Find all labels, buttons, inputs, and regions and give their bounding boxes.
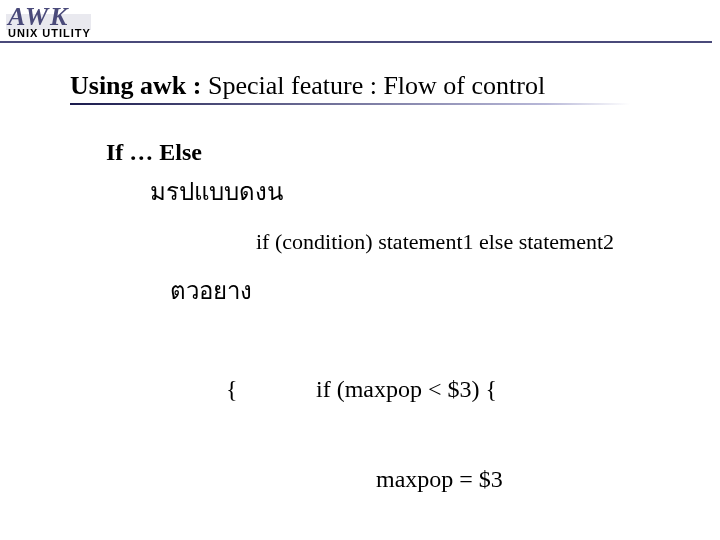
code-block: {if (maxpop < $3) { maxpop = $3 country … — [226, 314, 720, 540]
header-divider — [0, 41, 712, 43]
slide-title: Using awk : Special feature : Flow of co… — [70, 71, 630, 105]
code-l2-right: maxpop = $3 — [316, 464, 503, 494]
code-l2-left — [226, 464, 316, 494]
title-rest: Special feature : Flow of control — [208, 71, 545, 100]
code-l1-right: if (maxpop < $3) { — [316, 374, 497, 404]
example-label: ตวอยาง — [170, 271, 720, 310]
title-underline — [70, 103, 630, 105]
title-bold: Using awk : — [70, 71, 208, 100]
content: If … Else มรปแบบดงน if (condition) state… — [106, 139, 720, 540]
form-label: มรปแบบดงน — [150, 172, 720, 211]
ifelse-heading: If … Else — [106, 139, 720, 166]
code-l1-left: { — [226, 374, 316, 404]
syntax-line: if (condition) statement1 else statement… — [256, 229, 720, 255]
header: AWK UNIX UTILITY — [0, 0, 720, 39]
logo-subtitle: UNIX UTILITY — [6, 28, 91, 39]
logo: AWK UNIX UTILITY — [6, 4, 91, 39]
